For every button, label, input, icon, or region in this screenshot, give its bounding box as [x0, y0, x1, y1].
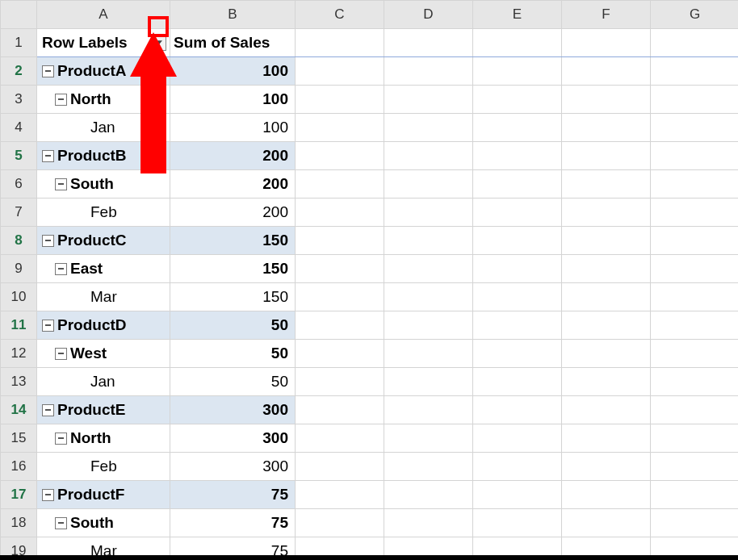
cell-G9[interactable] [651, 255, 739, 283]
cell-A3[interactable]: North [37, 86, 170, 114]
cell-F9[interactable] [562, 255, 651, 283]
collapse-icon[interactable] [42, 320, 54, 332]
cell-G10[interactable] [651, 283, 739, 311]
row-header-15[interactable]: 15 [1, 424, 37, 453]
cell-E13[interactable] [473, 368, 562, 396]
cell-A4[interactable]: Jan [37, 114, 170, 142]
cell-B12[interactable]: 50 [170, 340, 296, 368]
cell-G3[interactable] [651, 86, 739, 114]
cell-E15[interactable] [473, 424, 562, 453]
cell-B13[interactable]: 50 [170, 368, 296, 396]
cell-E3[interactable] [473, 86, 562, 114]
row-header-17[interactable]: 17 [1, 481, 37, 509]
cell-F13[interactable] [562, 368, 651, 396]
cell-D11[interactable] [384, 311, 473, 340]
col-header-E[interactable]: E [473, 1, 562, 29]
cell-B2[interactable]: 100 [170, 57, 296, 86]
cell-A8[interactable]: ProductC [37, 227, 170, 255]
cell-B4[interactable]: 100 [170, 114, 296, 142]
row-header-16[interactable]: 16 [1, 453, 37, 481]
cell-F16[interactable] [562, 453, 651, 481]
cell-A13[interactable]: Jan [37, 368, 170, 396]
cell-C17[interactable] [296, 481, 384, 509]
cell-A17[interactable]: ProductF [37, 481, 170, 509]
cell-E7[interactable] [473, 199, 562, 227]
cell-C3[interactable] [296, 86, 384, 114]
col-header-A[interactable]: A [37, 1, 170, 29]
cell-A15[interactable]: North [37, 424, 170, 453]
cell-B18[interactable]: 75 [170, 509, 296, 537]
collapse-icon[interactable] [42, 489, 54, 501]
row-header-10[interactable]: 10 [1, 283, 37, 311]
cell-A9[interactable]: East [37, 255, 170, 283]
cell-A2[interactable]: ProductA [37, 57, 170, 86]
cell-A10[interactable]: Mar [37, 283, 170, 311]
cell-C4[interactable] [296, 114, 384, 142]
cell-C1[interactable] [296, 29, 384, 57]
row-header-11[interactable]: 11 [1, 311, 37, 340]
cell-F18[interactable] [562, 509, 651, 537]
cell-G5[interactable] [651, 142, 739, 170]
cell-C12[interactable] [296, 340, 384, 368]
cell-E12[interactable] [473, 340, 562, 368]
row-header-13[interactable]: 13 [1, 368, 37, 396]
cell-F4[interactable] [562, 114, 651, 142]
cell-B9[interactable]: 150 [170, 255, 296, 283]
cell-G16[interactable] [651, 453, 739, 481]
cell-D4[interactable] [384, 114, 473, 142]
cell-G4[interactable] [651, 114, 739, 142]
cell-A7[interactable]: Feb [37, 199, 170, 227]
cell-F11[interactable] [562, 311, 651, 340]
cell-F15[interactable] [562, 424, 651, 453]
cell-D6[interactable] [384, 170, 473, 199]
cell-G13[interactable] [651, 368, 739, 396]
cell-C5[interactable] [296, 142, 384, 170]
cell-B5[interactable]: 200 [170, 142, 296, 170]
cell-C10[interactable] [296, 283, 384, 311]
cell-G18[interactable] [651, 509, 739, 537]
cell-G8[interactable] [651, 227, 739, 255]
row-header-6[interactable]: 6 [1, 170, 37, 199]
cell-A11[interactable]: ProductD [37, 311, 170, 340]
cell-B1[interactable]: Sum of Sales [170, 29, 296, 57]
col-header-G[interactable]: G [651, 1, 739, 29]
cell-B17[interactable]: 75 [170, 481, 296, 509]
row-header-9[interactable]: 9 [1, 255, 37, 283]
cell-C16[interactable] [296, 453, 384, 481]
cell-B6[interactable]: 200 [170, 170, 296, 199]
cell-D12[interactable] [384, 340, 473, 368]
cell-D9[interactable] [384, 255, 473, 283]
cell-D17[interactable] [384, 481, 473, 509]
row-header-7[interactable]: 7 [1, 199, 37, 227]
collapse-icon[interactable] [55, 263, 67, 275]
cell-F6[interactable] [562, 170, 651, 199]
cell-E5[interactable] [473, 142, 562, 170]
row-header-2[interactable]: 2 [1, 57, 37, 86]
cell-B14[interactable]: 300 [170, 396, 296, 424]
cell-F3[interactable] [562, 86, 651, 114]
cell-D10[interactable] [384, 283, 473, 311]
cell-A1[interactable]: Row Labels [37, 29, 170, 57]
collapse-icon[interactable] [55, 517, 67, 529]
cell-F8[interactable] [562, 227, 651, 255]
collapse-icon[interactable] [55, 348, 67, 360]
cell-B7[interactable]: 200 [170, 199, 296, 227]
cell-E11[interactable] [473, 311, 562, 340]
collapse-icon[interactable] [42, 235, 54, 247]
cell-E17[interactable] [473, 481, 562, 509]
cell-E10[interactable] [473, 283, 562, 311]
cell-B10[interactable]: 150 [170, 283, 296, 311]
cell-B3[interactable]: 100 [170, 86, 296, 114]
cell-B11[interactable]: 50 [170, 311, 296, 340]
cell-C13[interactable] [296, 368, 384, 396]
cell-G11[interactable] [651, 311, 739, 340]
cell-B15[interactable]: 300 [170, 424, 296, 453]
row-header-14[interactable]: 14 [1, 396, 37, 424]
cell-F7[interactable] [562, 199, 651, 227]
cell-G6[interactable] [651, 170, 739, 199]
cell-G2[interactable] [651, 57, 739, 86]
cell-F1[interactable] [562, 29, 651, 57]
cell-G14[interactable] [651, 396, 739, 424]
cell-D8[interactable] [384, 227, 473, 255]
col-header-F[interactable]: F [562, 1, 651, 29]
